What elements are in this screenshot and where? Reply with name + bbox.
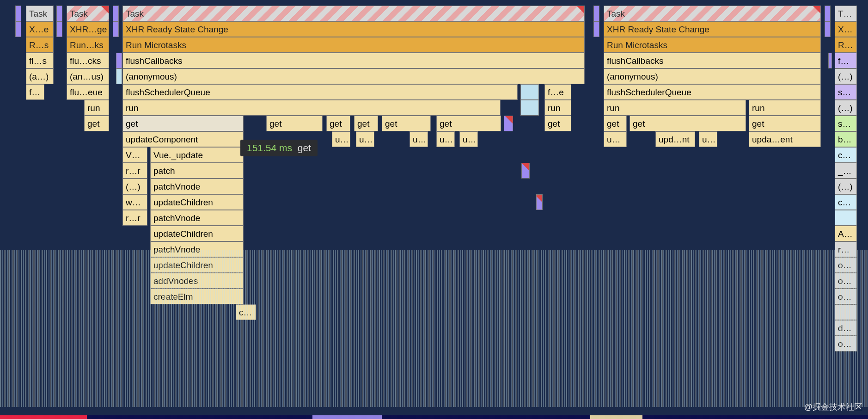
flame-bar-updatechildren[interactable]: updateChildren <box>150 226 244 241</box>
flame-bar-updatecomponent[interactable]: u… <box>410 131 428 147</box>
flame-bar-run-microtasks[interactable]: R… <box>835 37 857 53</box>
flame-row: fl…sflu…cksflushCallbacksflushCallbacksf… <box>0 53 868 68</box>
flame-bar-xhr-ready-state-change[interactable]: XHR Ready State Change <box>122 21 585 37</box>
flame-bar-anonymous[interactable]: (…) <box>835 68 857 84</box>
flame-bar-flushschedulerqueue[interactable]: f… <box>26 84 44 100</box>
flame-bar-flushschedulerqueue[interactable]: flushSchedulerQueue <box>122 84 518 100</box>
flame-bar-get[interactable]: get <box>382 116 431 131</box>
flame-bar-updatecomponent[interactable]: u… <box>699 131 717 147</box>
flame-bar-xhr-bar[interactable] <box>113 21 119 37</box>
flame-bar-xhr-bar[interactable] <box>15 21 21 37</box>
flame-bar-get[interactable]: get <box>84 116 109 131</box>
flame-bar-timer-bar[interactable] <box>56 6 62 21</box>
flame-bar-updatecomponent[interactable]: u… <box>459 131 478 147</box>
flame-bar-run-microtasks[interactable]: Run Microtasks <box>122 37 585 53</box>
flame-bar-updatecomponent[interactable]: updateComponent <box>122 131 244 147</box>
flame-bar-get-selected[interactable]: get <box>122 116 244 131</box>
flame-bar-flushcallbacks[interactable]: f… <box>835 53 857 68</box>
flame-bar-timer-bar[interactable] <box>593 6 599 21</box>
flame-bar-flushcallbacks[interactable]: fl…s <box>26 53 54 68</box>
flame-bar-get[interactable]: get <box>749 116 821 131</box>
flame-bar-updatecomponent[interactable]: upda…ent <box>749 131 821 147</box>
flame-bar-updatecomponent[interactable]: u… <box>604 131 627 147</box>
flame-bar-anonymous[interactable]: (…) <box>122 179 147 194</box>
flame-bar-task[interactable]: T… <box>835 6 857 21</box>
flame-bar-patch[interactable]: patch <box>150 163 244 179</box>
flame-bar-flushschedulerqueue[interactable]: flushSchedulerQueue <box>604 84 821 100</box>
flame-bar-run[interactable]: run <box>84 100 109 116</box>
flame-row: r…rpatchVnode <box>0 210 868 226</box>
flame-bar-run[interactable]: (…) <box>835 100 857 116</box>
flame-bar-flushcallbacks[interactable]: flu…cks <box>67 53 109 68</box>
flame-bar-watcher[interactable]: w… <box>122 194 147 210</box>
flame-bar-xhr-ready-state-change[interactable]: X… <box>835 21 857 37</box>
flame-bar-updatecomponent[interactable]: u… <box>332 131 350 147</box>
flame-bar-get[interactable]: get <box>436 116 501 131</box>
flame-bar-xhr-ready-state-change[interactable]: XHR Ready State Change <box>604 21 821 37</box>
flame-bar-flushschedulerqueue[interactable]: flu…eue <box>67 84 109 100</box>
flame-bar-updatecomponent[interactable]: u… <box>436 131 455 147</box>
flame-bar-recalc-style[interactable] <box>504 116 513 131</box>
flame-bar-run[interactable]: run <box>604 100 746 116</box>
flame-bar-stack-label[interactable]: c… <box>835 194 857 210</box>
flame-bar-patchvnode[interactable]: patchVnode <box>150 210 244 226</box>
flame-bar-anonymous[interactable]: (…) <box>835 179 857 194</box>
flame-bar-updatecomponent[interactable]: upd…nt <box>655 131 695 147</box>
flame-bar-flushcallbacks[interactable]: flushCallbacks <box>122 53 585 68</box>
flame-bar-get[interactable]: get <box>326 116 350 131</box>
flame-bar-timer-bar[interactable] <box>15 6 21 21</box>
flame-bar-get[interactable]: get <box>544 116 571 131</box>
flame-bar-get[interactable]: s… <box>835 116 857 131</box>
flame-row: (a…)(an…us)(anonymous)(anonymous)(…) <box>0 68 868 84</box>
flame-bar-get[interactable]: get <box>604 116 627 131</box>
flame-bar-updatechildren[interactable]: updateChildren <box>150 194 244 210</box>
flame-bar-get[interactable]: get <box>266 116 323 131</box>
flame-bar-xhr-ready-state-change[interactable]: XHR…ge <box>67 21 109 37</box>
flame-bar-recalc-style[interactable] <box>536 194 543 210</box>
flame-bar-updatecomponent[interactable]: b… <box>835 131 857 147</box>
flame-row: runrunrunrunrun(…) <box>0 100 868 116</box>
flame-bar-stack-label[interactable]: A… <box>835 226 857 241</box>
flame-bar-anonymous[interactable]: (an…us) <box>67 68 109 84</box>
flame-bar-recalc-style[interactable] <box>521 163 530 179</box>
flame-bar-timer-bar[interactable] <box>825 6 831 21</box>
flame-bar-xhr-bar[interactable] <box>825 21 831 37</box>
flame-bar-micro-bar[interactable] <box>116 68 122 84</box>
flame-bar-task-long-main[interactable]: Task <box>122 6 585 21</box>
flame-bar-stack-label[interactable]: _… <box>835 163 857 179</box>
flame-bar-patchvnode[interactable]: patchVnode <box>150 179 244 194</box>
flame-bar-anonymous[interactable]: (a…) <box>26 68 54 84</box>
flame-bar-anonymous[interactable]: (anonymous) <box>604 68 821 84</box>
flame-row: updateComponentu…u…u…u…u…u…upd…ntu…upda…… <box>0 131 868 147</box>
flame-bar-idle-bar[interactable] <box>520 84 539 100</box>
flame-bar-get[interactable]: get <box>630 116 746 131</box>
flame-bar-stack-label[interactable]: c… <box>835 147 857 163</box>
flame-bar-render[interactable]: r…r <box>122 210 147 226</box>
flame-bar-flushschedulerqueue[interactable]: s… <box>835 84 857 100</box>
flame-bar-flushschedulerqueue[interactable]: f…e <box>544 84 571 100</box>
flame-bar-promise-bar[interactable] <box>116 53 122 68</box>
flame-bar-xhr-bar[interactable] <box>593 21 599 37</box>
flame-bar-run[interactable]: run <box>122 100 501 116</box>
flame-bar-idle-bar[interactable] <box>520 100 539 116</box>
flame-bar-vue-render[interactable]: V… <box>122 147 147 163</box>
flame-bar-run-microtasks[interactable]: Run…ks <box>67 37 109 53</box>
flame-bar-promise-bar[interactable] <box>828 53 832 68</box>
flame-bar-task[interactable]: Task <box>26 6 54 21</box>
flame-bar-run[interactable]: run <box>749 100 821 116</box>
flame-bar-updatecomponent[interactable]: u… <box>356 131 374 147</box>
flame-bar-task-long-2[interactable]: Task <box>604 6 821 21</box>
flame-bar-anonymous[interactable]: (anonymous) <box>122 68 585 84</box>
flame-bar-flushcallbacks[interactable]: flushCallbacks <box>604 53 821 68</box>
flame-bar-run[interactable]: run <box>544 100 571 116</box>
flame-bar-run-microtasks[interactable]: Run Microtasks <box>604 37 821 53</box>
flame-bar-xhr-bar[interactable] <box>56 21 62 37</box>
flame-bar-vue-update[interactable]: Vue._update <box>150 147 244 163</box>
flame-bar-xhr-ready-state-change[interactable]: X…e <box>26 21 54 37</box>
flame-bar-stack-label[interactable] <box>835 210 857 226</box>
flame-bar-run-microtasks[interactable]: R…s <box>26 37 54 53</box>
flame-bar-render[interactable]: r…r <box>122 163 147 179</box>
flame-bar-task-long[interactable]: Task <box>67 6 109 21</box>
flame-bar-timer-bar[interactable] <box>113 6 119 21</box>
flame-bar-get[interactable]: get <box>354 116 378 131</box>
